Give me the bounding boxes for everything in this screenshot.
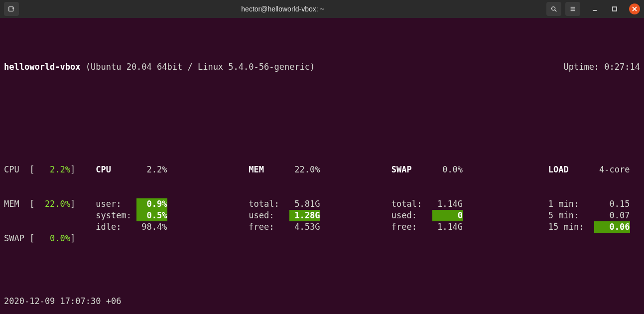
svg-point-3	[552, 7, 555, 10]
uptime-label: Uptime:	[563, 61, 599, 73]
stat-row: 5 min:0.07	[548, 210, 640, 221]
cpu-block: CPU2.2% user:0.9%system:0.5%idle:98.4%	[96, 141, 187, 267]
svg-rect-0	[9, 7, 13, 11]
svg-rect-9	[613, 7, 617, 11]
footer-datetime: 2020-12-09 17:07:30 +06	[4, 296, 121, 307]
stat-row: used:1.28G	[249, 210, 340, 221]
summary-row: CPU[2.2%] MEM[22.0%] SWAP[0.0%] CPU2.2% …	[4, 141, 640, 267]
mem-block: MEM22.0% total:5.81Gused:1.28Gfree:4.53G	[249, 141, 340, 267]
header-row: helloworld-vbox (Ubuntu 20.04 64bit / Li…	[4, 61, 640, 73]
bars-block: CPU[2.2%] MEM[22.0%] SWAP[0.0%]	[4, 141, 96, 267]
window-title: hector@helloworld-vbox: ~	[19, 4, 546, 14]
stat-row: total:5.81G	[249, 198, 340, 210]
stat-row: used:0	[391, 210, 483, 221]
hostname: helloworld-vbox	[4, 61, 81, 73]
stat-row: system:0.5%	[96, 210, 187, 221]
menu-button[interactable]	[565, 2, 580, 16]
sysinfo: (Ubuntu 20.04 64bit / Linux 5.4.0-56-gen…	[86, 61, 315, 73]
stat-row: total:1.14G	[391, 198, 483, 210]
stat-row: free:4.53G	[249, 221, 340, 233]
terminal-area[interactable]: helloworld-vbox (Ubuntu 20.04 64bit / Li…	[0, 18, 644, 314]
stat-row: free:1.14G	[391, 221, 483, 233]
stat-row: user:0.9%	[96, 198, 187, 210]
window-minimize-button[interactable]	[589, 3, 600, 14]
load-block: LOAD4-core 1 min:0.155 min:0.0715 min:0.…	[548, 141, 640, 267]
stat-row: idle:98.4%	[96, 221, 187, 233]
stat-row: 1 min:0.15	[548, 198, 640, 210]
search-button[interactable]	[546, 2, 561, 16]
window-maximize-button[interactable]	[609, 3, 620, 14]
stat-row: 15 min:0.06	[548, 221, 640, 233]
svg-line-4	[555, 10, 557, 12]
uptime-value: 0:27:14	[604, 61, 640, 73]
window-close-button[interactable]	[629, 3, 640, 14]
new-tab-button[interactable]	[4, 2, 19, 16]
swap-block: SWAP0.0% total:1.14Gused:0free:1.14G	[391, 141, 483, 267]
window-titlebar: hector@helloworld-vbox: ~	[0, 0, 644, 18]
